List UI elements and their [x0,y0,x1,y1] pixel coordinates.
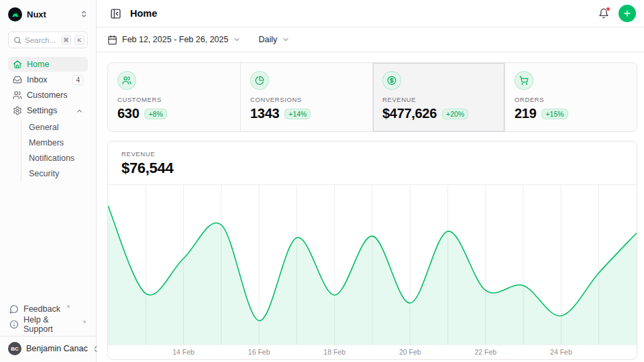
external-link-icon [66,304,70,309]
settings-submenu: General Members Notifications Security [21,120,88,181]
sidebar-item-members[interactable]: Members [29,135,88,150]
stat-value: 219 [515,106,536,121]
sidebar-nav: Home Inbox 4 Customers [8,57,88,181]
gear-icon [13,106,22,115]
x-tick-label: 14 Feb [172,348,195,356]
sidebar-item-home[interactable]: Home [8,57,88,72]
top-header: Home [97,0,644,27]
sidebar-user-section: BC Benjamin Canac [0,336,96,362]
sidebar-item-label: Settings [27,106,71,115]
user-name: Benjamin Canac [26,344,88,353]
chart-total-value: $76,544 [121,160,623,177]
stat-delta-badge: +14% [284,109,311,119]
user-menu[interactable]: BC Benjamin Canac [8,342,88,355]
stat-label: REVENUE [382,96,495,103]
stats-panel: CUSTOMERS 630 +8% CONVERSIONS 1343 +14% [107,62,637,132]
panel-left-close-icon [110,8,121,19]
date-range-value: Feb 12, 2025 - Feb 26, 2025 [122,35,228,44]
stat-delta-badge: +8% [144,109,166,119]
x-tick-label: 16 Feb [248,348,270,356]
users-icon [117,71,136,90]
external-link-icon [82,320,87,324]
sidebar-item-customers[interactable]: Customers [8,88,88,103]
calendar-icon [107,35,117,45]
stat-value: 1343 [250,106,279,121]
kbd-cmd: ⌘ [61,35,71,45]
sidebar-item-inbox[interactable]: Inbox 4 [8,72,88,87]
x-tick-label: 22 Feb [474,348,496,356]
stat-label: CONVERSIONS [250,96,363,103]
search-icon [13,36,21,44]
search-input[interactable]: Search... ⌘ K [8,32,88,48]
pie-chart-icon [250,71,269,90]
cart-icon [515,71,533,90]
dollar-circle-icon [382,71,401,90]
users-icon [13,90,22,100]
info-icon [9,320,19,329]
x-tick-label: 18 Feb [323,348,345,356]
content-area: CUSTOMERS 630 +8% CONVERSIONS 1343 +14% [97,52,644,362]
message-bubble-icon [9,304,19,314]
stat-card-revenue[interactable]: REVENUE $477,626 +20% [372,63,504,131]
x-tick-label: 24 Feb [550,348,572,356]
notification-dot [606,7,610,11]
sidebar-item-general[interactable]: General [29,120,88,135]
main-panel: Home Feb 12, 2025 - Feb 26, 2025 [97,0,644,362]
sidebar-item-notifications[interactable]: Notifications [29,151,88,166]
sidebar-item-label: Customers [27,90,83,100]
revenue-chart-card: REVENUE $76,544 14 Feb16 Feb18 Feb20 Feb… [107,141,637,360]
chevron-down-icon [282,36,290,44]
stat-delta-badge: +15% [541,109,568,119]
stat-value: $477,626 [382,106,437,121]
sidebar-item-feedback[interactable]: Feedback [8,302,88,316]
workspace-name: Nuxt [27,9,75,19]
revenue-area-chart [108,184,637,345]
sidebar-item-settings[interactable]: Settings [8,103,88,118]
dashboard-app: Nuxt Search... ⌘ K Home [0,0,644,362]
sidebar-item-security[interactable]: Security [29,166,88,181]
page-title: Home [130,8,589,19]
plus-icon [623,9,632,18]
filters-toolbar: Feb 12, 2025 - Feb 26, 2025 Daily [97,27,644,52]
chart-x-axis: 14 Feb16 Feb18 Feb20 Feb22 Feb24 Feb [108,345,637,359]
notifications-button[interactable] [596,5,612,21]
workspace-switcher[interactable]: Nuxt [8,6,88,22]
sidebar-item-help-support[interactable]: Help & Support [8,317,88,332]
inbox-icon [13,75,22,84]
date-range-picker[interactable]: Feb 12, 2025 - Feb 26, 2025 [107,35,241,45]
chart-header: REVENUE $76,544 [108,141,637,184]
x-tick-label: 20 Feb [399,348,421,356]
chevron-up-icon [76,107,83,115]
add-button[interactable] [619,5,636,22]
nuxt-logo-icon [8,7,22,21]
stat-label: ORDERS [515,96,627,103]
home-icon [13,60,22,69]
search-placeholder: Search... [25,36,58,44]
granularity-select[interactable]: Daily [258,35,290,44]
inbox-count-badge: 4 [72,75,83,85]
stat-value: 630 [117,106,139,121]
chart-title: REVENUE [121,150,623,158]
chevron-down-icon [233,36,241,44]
sidebar-item-label: Help & Support [23,315,76,334]
avatar: BC [8,342,21,355]
sidebar-item-label: Inbox [27,75,68,84]
stat-delta-badge: +20% [442,109,468,119]
sidebar: Nuxt Search... ⌘ K Home [0,0,97,362]
stat-label: CUSTOMERS [117,96,231,103]
stat-card-conversions[interactable]: CONVERSIONS 1343 +14% [240,63,372,131]
stat-card-orders[interactable]: ORDERS 219 +15% [504,63,637,131]
sidebar-item-label: Home [27,60,83,69]
kbd-k: K [74,35,85,45]
granularity-value: Daily [258,35,277,44]
sidebar-item-label: Feedback [23,304,60,314]
collapse-sidebar-button[interactable] [107,5,123,21]
chevrons-up-down-icon [80,10,88,18]
stat-card-customers[interactable]: CUSTOMERS 630 +8% [108,63,240,131]
